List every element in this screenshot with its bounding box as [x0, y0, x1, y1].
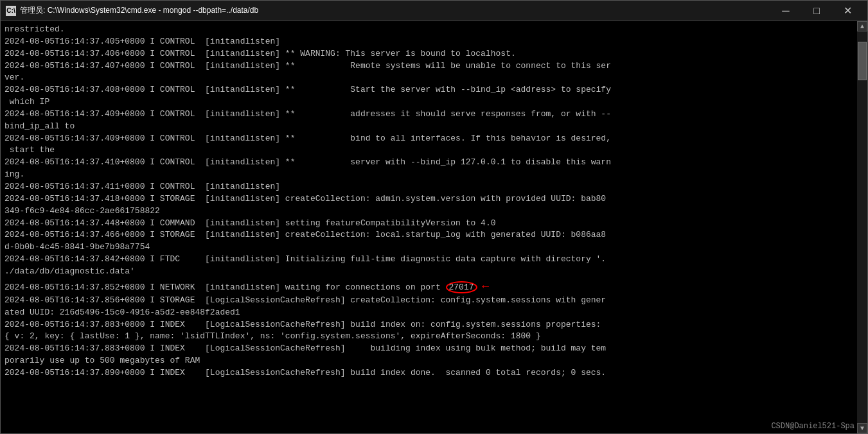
console-line: porarily use up to 500 megabytes of RAM: [4, 355, 864, 367]
console-line: ing.: [4, 169, 864, 181]
console-line: 2024-08-05T16:14:37.411+0800 I CONTROL […: [4, 181, 864, 193]
app-icon: C:\: [6, 6, 16, 16]
console-line: { v: 2, key: { lastUse: 1 }, name: 'lsid…: [4, 331, 864, 343]
console-line: bind_ip_all to: [4, 121, 864, 133]
console-line: nrestricted.: [4, 24, 864, 36]
minimize-button[interactable]: ─: [771, 1, 801, 21]
console-line: 2024-08-05T16:14:37.410+0800 I CONTROL […: [4, 157, 864, 169]
maximize-button[interactable]: □: [802, 1, 831, 21]
close-button[interactable]: ✕: [833, 1, 862, 21]
console-line: 349-f6c9-4e84-86cc-2ae661758822: [4, 205, 864, 218]
console-line: 2024-08-05T16:14:37.409+0800 I CONTROL […: [4, 133, 864, 145]
window-controls: ─ □ ✕: [771, 1, 862, 21]
scrollbar[interactable]: ▲ ▼: [857, 21, 867, 433]
port-highlight: 27017: [446, 281, 477, 293]
console-line: d-0b0b-4c45-8841-9be7b98a7754: [4, 241, 864, 254]
console-line: 2024-08-05T16:14:37.883+0800 I INDEX [Lo…: [4, 319, 864, 331]
console-line: ver.: [4, 72, 864, 84]
console-line: 2024-08-05T16:14:37.409+0800 I CONTROL […: [4, 108, 864, 121]
scroll-up-arrow[interactable]: ▲: [857, 21, 867, 31]
console-line: 2024-08-05T16:14:37.883+0800 I INDEX [Lo…: [4, 343, 864, 355]
console-line: 2024-08-05T16:14:37.406+0800 I CONTROL […: [4, 48, 864, 60]
console-line: ./data/db/diagnostic.data': [4, 266, 864, 278]
console-line: 2024-08-05T16:14:37.448+0800 I COMMAND […: [4, 218, 864, 230]
console-line: 2024-08-05T16:14:37.842+0800 I FTDC [ini…: [4, 254, 864, 266]
console-area: nrestricted.2024-08-05T16:14:37.405+0800…: [1, 21, 867, 433]
console-line: ated UUID: 216d5496-15c0-4916-a5d2-ee848…: [4, 307, 864, 319]
console-line: 2024-08-05T16:14:37.408+0800 I CONTROL […: [4, 84, 864, 96]
console-output: nrestricted.2024-08-05T16:14:37.405+0800…: [4, 24, 864, 379]
title-bar: C:\ 管理员: C:\Windows\System32\cmd.exe - m…: [1, 1, 867, 21]
console-line: 2024-08-05T16:14:37.890+0800 I INDEX [Lo…: [4, 367, 864, 379]
console-line: which IP: [4, 96, 864, 108]
console-line: 2024-08-05T16:14:37.418+0800 I STORAGE […: [4, 193, 864, 205]
console-line: start the: [4, 144, 864, 157]
scroll-down-arrow[interactable]: ▼: [857, 423, 867, 433]
console-line: 2024-08-05T16:14:37.856+0800 I STORAGE […: [4, 295, 864, 307]
watermark: CSDN@Daniel521-Spa: [771, 422, 855, 431]
title-text: 管理员: C:\Windows\System32\cmd.exe - mongo…: [20, 5, 771, 16]
console-line: 2024-08-05T16:14:37.852+0800 I NETWORK […: [4, 278, 864, 295]
arrow-icon: ←: [482, 280, 489, 293]
cmd-window: C:\ 管理员: C:\Windows\System32\cmd.exe - m…: [0, 0, 868, 434]
scrollbar-thumb[interactable]: [858, 42, 867, 80]
console-line: 2024-08-05T16:14:37.405+0800 I CONTROL […: [4, 36, 864, 48]
console-line: 2024-08-05T16:14:37.466+0800 I STORAGE […: [4, 229, 864, 241]
console-line: 2024-08-05T16:14:37.407+0800 I CONTROL […: [4, 60, 864, 73]
